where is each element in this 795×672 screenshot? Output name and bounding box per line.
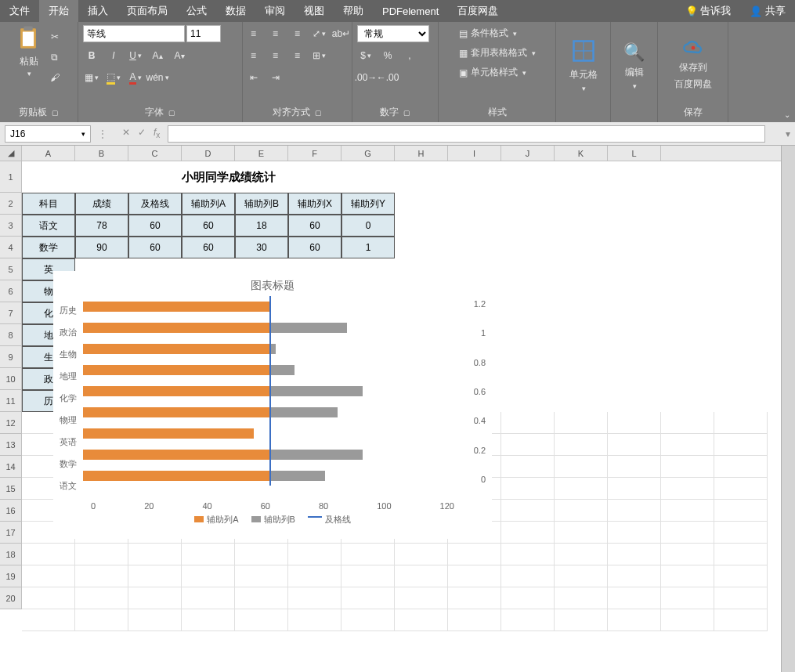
col-header-D[interactable]: D	[182, 146, 235, 161]
save-baidu-top[interactable]: 保存到	[679, 61, 707, 74]
menu-review[interactable]: 审阅	[255, 0, 295, 22]
bold-icon[interactable]: B	[83, 47, 100, 64]
row-header-2[interactable]: 2	[0, 193, 22, 215]
col-header-K[interactable]: K	[555, 146, 608, 161]
row-header-13[interactable]: 13	[0, 434, 22, 456]
dialog-launcher-icon[interactable]: ▢	[403, 109, 410, 117]
dialog-launcher-icon[interactable]: ▢	[52, 109, 59, 117]
italic-icon[interactable]: I	[105, 47, 122, 64]
indent-decrease-icon[interactable]: ⇤	[245, 69, 262, 86]
grow-font-icon[interactable]: A▴	[149, 47, 166, 64]
menu-file[interactable]: 文件	[0, 0, 39, 22]
number-format-select[interactable]: 常规	[357, 25, 429, 42]
fill-color-icon[interactable]: ⬚▾	[105, 69, 122, 86]
menu-pdf[interactable]: PDFelement	[373, 0, 448, 22]
menu-home[interactable]: 开始	[39, 0, 78, 22]
row-header-17[interactable]: 17	[0, 522, 22, 544]
expand-formula-bar[interactable]: ▾	[781, 128, 795, 139]
row-header-4[interactable]: 4	[0, 237, 22, 258]
font-size-input[interactable]	[186, 25, 221, 42]
cells-area[interactable]: 小明同学成绩统计 科目成绩及格线辅助列A辅助列B辅助列X辅助列Y 语文78606…	[22, 161, 795, 631]
edit-dropdown[interactable]: ▾	[633, 82, 637, 90]
save-baidu-bottom[interactable]: 百度网盘	[674, 78, 712, 91]
col-header-H[interactable]: H	[395, 146, 448, 161]
row-header-14[interactable]: 14	[0, 456, 22, 478]
row-header-8[interactable]: 8	[0, 324, 22, 346]
select-all-corner[interactable]: ◢	[0, 146, 22, 161]
baidu-cloud-icon[interactable]	[682, 38, 704, 58]
font-name-input[interactable]	[83, 25, 185, 42]
row-header-16[interactable]: 16	[0, 500, 22, 522]
collapse-ribbon-icon[interactable]: ⌄	[784, 110, 790, 119]
conditional-formatting[interactable]: ▤条件格式▾	[454, 25, 522, 42]
row-header-10[interactable]: 10	[0, 368, 22, 390]
enter-icon[interactable]: ✓	[138, 127, 146, 139]
col-header-C[interactable]: C	[128, 146, 182, 161]
row-header-9[interactable]: 9	[0, 346, 22, 368]
menu-view[interactable]: 视图	[295, 0, 334, 22]
format-painter-icon[interactable]: 🖌	[46, 69, 63, 86]
row-header-15[interactable]: 15	[0, 478, 22, 500]
table-format[interactable]: ▦套用表格格式▾	[454, 45, 540, 61]
row-header-3[interactable]: 3	[0, 215, 22, 237]
col-header-J[interactable]: J	[501, 146, 555, 161]
cells-dropdown[interactable]: ▾	[582, 85, 586, 92]
row-header-7[interactable]: 7	[0, 302, 22, 324]
dialog-launcher-icon[interactable]: ▢	[168, 109, 175, 117]
percent-icon[interactable]: %	[379, 47, 396, 64]
col-header-I[interactable]: I	[448, 146, 501, 161]
paste-dropdown[interactable]: ▾	[27, 70, 31, 78]
dialog-launcher-icon[interactable]: ▢	[315, 109, 322, 117]
shrink-font-icon[interactable]: A▾	[171, 47, 188, 64]
col-header-L[interactable]: L	[608, 146, 661, 161]
col-header-A[interactable]: A	[22, 146, 75, 161]
cancel-icon[interactable]: ✕	[122, 127, 130, 139]
currency-icon[interactable]: $▾	[357, 47, 374, 64]
col-header-G[interactable]: G	[341, 146, 395, 161]
row-header-20[interactable]: 20	[0, 587, 22, 609]
find-icon[interactable]: 🔍	[623, 42, 645, 63]
row-header-5[interactable]: 5	[0, 258, 22, 280]
increase-decimal-icon[interactable]: .00→	[357, 69, 374, 86]
row-header-11[interactable]: 11	[0, 390, 22, 412]
col-header-E[interactable]: E	[235, 146, 288, 161]
formula-input[interactable]	[168, 125, 765, 143]
paste-icon[interactable]	[15, 25, 43, 53]
menu-insert[interactable]: 插入	[78, 0, 117, 22]
share-button[interactable]: 👤 共享	[740, 0, 795, 22]
menu-formulas[interactable]: 公式	[177, 0, 216, 22]
borders-icon[interactable]: ▦▾	[83, 69, 100, 86]
indent-increase-icon[interactable]: ⇥	[267, 69, 284, 86]
worksheet[interactable]: ◢ ABCDEFGHIJKL 1234567891011121314151617…	[0, 146, 795, 672]
row-header-18[interactable]: 18	[0, 544, 22, 565]
copy-icon[interactable]: ⧉	[46, 49, 63, 66]
cell-styles[interactable]: ▣单元格样式▾	[454, 64, 531, 81]
tell-me[interactable]: 💡 告诉我	[676, 0, 741, 22]
chart[interactable]: 图表标题 历史政治生物地理化学物理英语数学语文 1.210.80.60.40.2…	[53, 271, 492, 539]
menu-layout[interactable]: 页面布局	[117, 0, 177, 22]
underline-icon[interactable]: U▾	[127, 47, 144, 64]
comma-icon[interactable]: ,	[401, 47, 418, 64]
align-bottom-icon[interactable]: ≡	[289, 25, 306, 42]
phonetic-icon[interactable]: wén▾	[149, 69, 166, 86]
row-header-1[interactable]: 1	[0, 161, 22, 193]
name-box-options[interactable]: ⋮	[91, 128, 114, 139]
paste-label[interactable]: 粘贴	[20, 55, 38, 68]
merge-center-icon[interactable]: ⊞▾	[311, 47, 328, 64]
align-middle-icon[interactable]: ≡	[267, 25, 284, 42]
align-right-icon[interactable]: ≡	[289, 47, 306, 64]
menu-baidu[interactable]: 百度网盘	[448, 0, 508, 22]
wrap-text-icon[interactable]: ab↵	[333, 25, 350, 42]
decrease-decimal-icon[interactable]: ←.00	[379, 69, 396, 86]
row-header-19[interactable]: 19	[0, 565, 22, 587]
font-color-icon[interactable]: A▾	[127, 69, 144, 86]
scrollbar-vertical[interactable]	[781, 146, 795, 672]
cells-button[interactable]: 单元格	[569, 68, 598, 81]
edit-button[interactable]: 编辑	[625, 66, 644, 79]
fx-icon[interactable]: fx	[154, 127, 160, 139]
align-left-icon[interactable]: ≡	[245, 47, 262, 64]
orientation-icon[interactable]: ⤢▾	[311, 25, 328, 42]
cut-icon[interactable]: ✂	[46, 28, 63, 45]
row-header-6[interactable]: 6	[0, 280, 22, 302]
row-header-12[interactable]: 12	[0, 412, 22, 434]
